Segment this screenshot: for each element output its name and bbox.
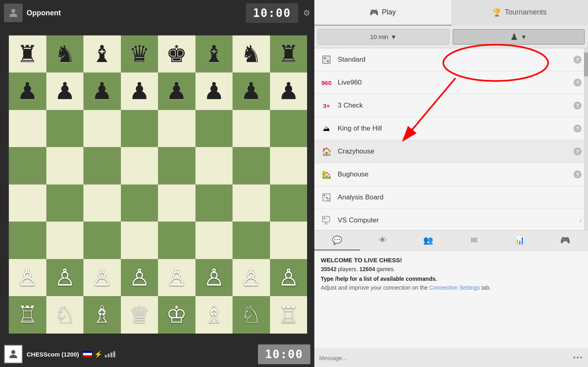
board-cell[interactable] <box>83 185 121 222</box>
chat-tab-messages[interactable]: ✉ <box>451 231 497 251</box>
live960-help[interactable]: ? <box>573 79 582 87</box>
board-cell[interactable]: ♜ <box>270 35 308 73</box>
chat-tab-chat[interactable]: 💬 <box>314 231 360 251</box>
board-cell[interactable]: ♟ <box>9 73 46 110</box>
mode-item-three-check[interactable]: 3+ 3 Check ? <box>314 94 588 117</box>
board-cell[interactable] <box>121 147 158 185</box>
board-cell[interactable]: ♖ <box>9 296 46 334</box>
board-cell[interactable]: ♕ <box>121 296 158 334</box>
board-cell[interactable] <box>158 147 195 185</box>
board-cell[interactable] <box>83 110 121 147</box>
board-cell[interactable] <box>158 222 195 259</box>
mode-item-analysis[interactable]: Analysis Board ? <box>314 186 588 209</box>
crazyhouse-help[interactable]: ? <box>573 147 582 156</box>
board-cell[interactable] <box>233 222 270 259</box>
right-panel: 🎮 Play 🏆 Tournaments 10 min ▼ ♟ ▼ <box>314 0 588 367</box>
time-control-btn[interactable]: 10 min ▼ <box>318 29 449 45</box>
board-cell[interactable]: ♗ <box>195 296 233 334</box>
chat-input[interactable] <box>319 355 573 361</box>
board-cell[interactable] <box>270 110 308 147</box>
board-cell[interactable] <box>233 147 270 185</box>
mode-item-crazyhouse[interactable]: 🏠 Crazyhouse ? <box>314 140 588 163</box>
board-cell[interactable] <box>270 222 308 259</box>
board-cell[interactable]: ♙ <box>233 259 270 297</box>
three-check-icon: 3+ <box>321 100 332 111</box>
board-cell[interactable]: ♘ <box>233 296 270 334</box>
board-cell[interactable] <box>195 185 233 222</box>
board-cell[interactable]: ♙ <box>270 259 308 297</box>
board-cell[interactable] <box>233 185 270 222</box>
chat-more-icon[interactable]: ••• <box>573 354 583 362</box>
chess-board[interactable]: ♜♞♝♛♚♝♞♜♟♟♟♟♟♟♟♟♙♙♙♙♙♙♙♙♖♘♗♕♔♗♘♖ <box>8 35 306 333</box>
tab-tournaments[interactable]: 🏆 Tournaments <box>451 0 588 26</box>
bughouse-help[interactable]: ? <box>573 170 582 178</box>
board-cell[interactable]: ♜ <box>9 35 46 73</box>
board-cell[interactable]: ♙ <box>195 259 233 297</box>
standard-help[interactable]: ? <box>573 56 582 64</box>
board-cell[interactable] <box>158 110 195 147</box>
board-cell[interactable]: ♙ <box>46 259 84 297</box>
board-cell[interactable] <box>270 185 308 222</box>
mode-item-live960[interactable]: 960 Live960 ? <box>314 71 588 94</box>
board-cell[interactable]: ♟ <box>46 73 84 110</box>
board-cell[interactable]: ♘ <box>46 296 84 334</box>
board-cell[interactable] <box>83 147 121 185</box>
board-cell[interactable]: ♙ <box>83 259 121 297</box>
tab-play[interactable]: 🎮 Play <box>314 0 451 26</box>
board-cell[interactable]: ♝ <box>83 35 121 73</box>
board-cell[interactable]: ♗ <box>83 296 121 334</box>
board-cell[interactable]: ♟ <box>121 73 158 110</box>
board-cell[interactable] <box>270 147 308 185</box>
board-cell[interactable]: ♛ <box>121 35 158 73</box>
scrollbar-thumb[interactable] <box>584 52 588 77</box>
analysis-icon <box>321 192 332 203</box>
board-cell[interactable] <box>46 185 84 222</box>
board-cell[interactable] <box>9 185 46 222</box>
chat-tab-leaderboard[interactable]: 📊 <box>497 231 542 251</box>
board-cell[interactable]: ♞ <box>233 35 270 73</box>
mode-item-vs-computer[interactable]: VS Computer › <box>314 209 588 230</box>
board-cell[interactable]: ♟ <box>270 73 308 110</box>
board-cell[interactable]: ♚ <box>158 35 195 73</box>
board-cell[interactable] <box>9 110 46 147</box>
board-cell[interactable]: ♙ <box>121 259 158 297</box>
board-cell[interactable] <box>195 222 233 259</box>
board-cell[interactable]: ♔ <box>158 296 195 334</box>
board-container: ♜♞♝♛♚♝♞♜♟♟♟♟♟♟♟♟♙♙♙♙♙♙♙♙♖♘♗♕♔♗♘♖ <box>0 26 314 341</box>
board-cell[interactable]: ♝ <box>195 35 233 73</box>
variant-control-btn[interactable]: ♟ ▼ <box>453 29 585 45</box>
board-cell[interactable] <box>9 222 46 259</box>
board-cell[interactable]: ♙ <box>158 259 195 297</box>
board-cell[interactable]: ♖ <box>270 296 308 334</box>
board-cell[interactable]: ♟ <box>233 73 270 110</box>
mode-item-king-of-hill[interactable]: ⛰ King of the Hill ? <box>314 117 588 140</box>
mode-item-standard[interactable]: Standard ? <box>314 48 588 71</box>
chat-tab-friends[interactable]: 👥 <box>405 231 451 251</box>
chat-tab-more[interactable]: 🎮 <box>542 231 588 251</box>
mode-item-bughouse[interactable]: 🏡 Bughouse ? <box>314 163 588 186</box>
board-cell[interactable]: ♙ <box>9 259 46 297</box>
board-cell[interactable] <box>9 147 46 185</box>
board-cell[interactable] <box>46 222 84 259</box>
board-cell[interactable] <box>46 110 84 147</box>
settings-icon[interactable]: ⚙ <box>303 8 310 18</box>
board-cell[interactable] <box>121 110 158 147</box>
board-cell[interactable] <box>46 147 84 185</box>
board-cell[interactable] <box>195 110 233 147</box>
connection-settings-link[interactable]: Connection Settings <box>429 284 480 291</box>
scrollbar[interactable] <box>584 48 588 230</box>
board-cell[interactable] <box>83 222 121 259</box>
board-cell[interactable]: ♟ <box>158 73 195 110</box>
board-cell[interactable] <box>121 185 158 222</box>
king-of-hill-help[interactable]: ? <box>573 124 582 133</box>
board-cell[interactable] <box>195 147 233 185</box>
board-cell[interactable]: ♟ <box>83 73 121 110</box>
board-cell[interactable] <box>121 222 158 259</box>
board-cell[interactable] <box>233 110 270 147</box>
board-cell[interactable]: ♟ <box>195 73 233 110</box>
board-cell[interactable]: ♞ <box>46 35 84 73</box>
board-cell[interactable] <box>158 185 195 222</box>
player-avatar <box>4 345 23 363</box>
three-check-help[interactable]: ? <box>573 102 582 110</box>
chat-tab-spectators[interactable]: 👁 <box>360 231 405 251</box>
